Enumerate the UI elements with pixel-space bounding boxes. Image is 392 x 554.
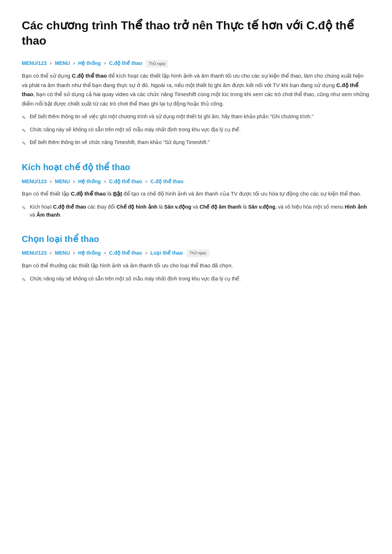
bc-menu1: MENU/123 — [22, 60, 46, 66]
bc3-loaithethao: Loại thể thao — [150, 250, 183, 256]
pencil-icon-5 — [22, 276, 26, 284]
breadcrumb-section2: MENU/123 > MENU > Hệ thống > C.độ thể th… — [22, 177, 370, 185]
s2-bat: Bật — [113, 190, 122, 197]
pencil-icon-2 — [22, 127, 26, 135]
bc2-arrow3: > — [104, 179, 106, 184]
section3-bullets: Chức năng này sẽ không có sẵn trên một s… — [22, 275, 370, 284]
bc-menu2: MENU — [55, 60, 70, 66]
s2-bt3: là — [158, 204, 164, 210]
section3-title: Chọn loại thể thao — [22, 232, 370, 246]
s2-bt-bold2: Chế độ hình ảnh — [117, 204, 158, 210]
bc-hesystem1: Hệ thống — [78, 60, 101, 66]
bullet-text-2: Chức năng này sẽ không có sẵn trên một s… — [30, 126, 241, 134]
s2-bt-bold3: Sân v.động — [164, 204, 191, 210]
main-title: Các chương trình Thể thao trở nên Thực t… — [22, 18, 370, 48]
pencil-icon-3 — [22, 139, 26, 147]
bc2-arrow1: > — [49, 179, 52, 184]
pencil-icon-4 — [22, 204, 26, 212]
bc2-cdothethao2: C.độ thể thao — [150, 178, 183, 184]
list-item: Để biết thêm thông tin về chức năng Time… — [22, 138, 370, 147]
bc2-menu2: MENU — [55, 178, 70, 184]
s2-bt2: các thay đổi — [86, 204, 117, 210]
bc3-arrow1: > — [49, 251, 52, 256]
s2-bt8: . — [60, 212, 61, 218]
s2-textcont: để tạo ra chế độ hình ảnh và âm thanh củ… — [122, 190, 361, 197]
s2-bt5: là — [241, 204, 248, 210]
bc2-cdothethao: C.độ thể thao — [109, 178, 142, 184]
bc-arrow2: > — [73, 61, 75, 66]
section1-bullets: Để biết thêm thông tin về việc ghi một c… — [22, 112, 370, 147]
bc3-hesystem: Hệ thống — [78, 250, 101, 256]
s2-bt-bold1: C.độ thể thao — [53, 204, 86, 210]
section2-title: Kích hoạt chế độ thể thao — [22, 160, 370, 174]
bc3-arrow2: > — [73, 251, 75, 256]
bc3-arrow4: > — [145, 251, 147, 256]
bc2-arrow4: > — [145, 179, 147, 184]
section3-body: Bạn có thể thưởng các thiết lập hình ảnh… — [22, 261, 370, 270]
bc2-hesystem: Hệ thống — [78, 178, 101, 184]
s2-bt1: Kích hoạt — [30, 204, 53, 210]
breadcrumb-section1: MENU/123 > MENU > Hệ thống > C.độ thể th… — [22, 59, 370, 67]
s2-bt6: , và vô hiệu hóa một số menu — [275, 204, 345, 210]
bc-arrow1: > — [49, 61, 52, 66]
bc3-arrow3: > — [104, 251, 106, 256]
bc-cdothethao1: C.độ thể thao — [109, 60, 142, 66]
list-item: Kích hoạt C.độ thể thao các thay đổi Chế… — [22, 203, 370, 219]
section1-body: Bạn có thể sử dụng C.độ thể thao để kích… — [22, 71, 370, 108]
s1-bold1: C.độ thể thao — [72, 73, 107, 79]
s1-text1: Bạn có thể sử dụng — [22, 73, 72, 79]
s2-text1: Bạn có thể thiết lập — [22, 190, 71, 197]
breadcrumb-section3: MENU/123 > MENU > Hệ thống > C.độ thể th… — [22, 249, 370, 257]
s2-textmid: là — [106, 190, 113, 197]
bullet-text-s3: Chức năng này sẽ không có sẵn trên một s… — [30, 275, 241, 283]
s2-bt7: và — [30, 212, 37, 218]
bc-arrow3: > — [104, 61, 106, 66]
s2-bt-bold7: Âm thanh — [37, 212, 60, 218]
bc2-menu1: MENU/123 — [22, 178, 46, 184]
list-item: Chức năng này sẽ không có sẵn trên một s… — [22, 126, 370, 135]
s2-bullet-text: Kích hoạt C.độ thể thao các thay đổi Chế… — [30, 203, 370, 219]
bc3-cdothethao: C.độ thể thao — [109, 250, 142, 256]
s2-bt-bold6: Hình ảnh — [345, 204, 367, 210]
bullet-text-3: Để biết thêm thông tin về chức năng Time… — [30, 138, 209, 146]
s1-text3: , bạn có thể sử dụng cả hai quay video v… — [22, 91, 369, 107]
try-badge-1[interactable]: Thử ngay — [146, 60, 168, 68]
list-item: Để biết thêm thông tin về việc ghi một c… — [22, 112, 370, 122]
section2-bullets: Kích hoạt C.độ thể thao các thay đổi Chế… — [22, 203, 370, 219]
bc3-menu2: MENU — [55, 250, 70, 256]
try-badge-3[interactable]: Thử ngay — [187, 249, 209, 257]
bullet-text-1: Để biết thêm thông tin về việc ghi một c… — [30, 112, 314, 120]
bc3-menu1: MENU/123 — [22, 250, 46, 256]
s2-bold1: C.độ thể thao — [71, 190, 106, 197]
s2-bt4: và — [191, 204, 200, 210]
pencil-icon-1 — [22, 114, 26, 122]
s2-bt-bold4: Chế độ âm thanh — [200, 204, 241, 210]
list-item: Chức năng này sẽ không có sẵn trên một s… — [22, 275, 370, 284]
bc2-arrow2: > — [73, 179, 75, 184]
s2-bt-bold5: Sân v.động — [248, 204, 275, 210]
section2-body: Bạn có thể thiết lập C.độ thể thao là Bậ… — [22, 189, 370, 198]
